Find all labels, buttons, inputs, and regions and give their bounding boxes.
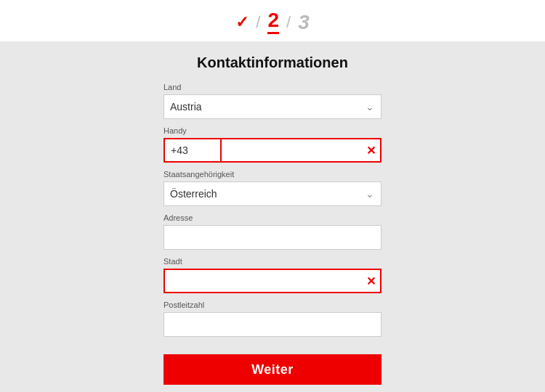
phone-number-input[interactable] [222, 138, 382, 163]
stadt-label: Stadt [164, 257, 382, 266]
stadt-field-group: Stadt ✕ [164, 257, 382, 293]
handy-field-group: Handy ✕ [164, 126, 382, 163]
submit-button[interactable]: Weiter [164, 354, 382, 385]
staatsangehoerigkeit-select[interactable]: Österreich Deutschland Schweiz [164, 181, 382, 206]
adresse-label: Adresse [164, 213, 382, 222]
step3-inactive: 3 [298, 11, 310, 34]
postleitzahl-label: Postleitzahl [164, 301, 382, 309]
phone-clear-icon[interactable]: ✕ [366, 144, 376, 158]
phone-row: ✕ [164, 138, 382, 163]
adresse-field-group: Adresse [164, 213, 382, 250]
form-container: Land Austria Germany Switzerland ⌄ Handy… [164, 83, 382, 392]
main-content: Kontaktinformationen Land Austria German… [0, 41, 545, 392]
step1-check: ✓ [235, 13, 249, 32]
staatsangehoerigkeit-label: Staatsangehörigkeit [164, 170, 382, 179]
step-divider-2: / [286, 13, 291, 32]
step2-active: 2 [267, 10, 279, 34]
postleitzahl-input[interactable] [164, 312, 382, 337]
land-label: Land [164, 83, 382, 91]
land-select-wrapper: Austria Germany Switzerland ⌄ [164, 94, 382, 119]
postleitzahl-field-group: Postleitzahl [164, 301, 382, 337]
adresse-input[interactable] [164, 225, 382, 250]
land-field-group: Land Austria Germany Switzerland ⌄ [164, 83, 382, 119]
stadt-wrapper: ✕ [164, 269, 382, 293]
phone-prefix-input[interactable] [164, 138, 222, 163]
stadt-input[interactable] [164, 269, 382, 293]
step-indicator: ✓ / 2 / 3 [0, 0, 545, 41]
handy-label: Handy [164, 126, 382, 135]
staatsangehoerigkeit-field-group: Staatsangehörigkeit Österreich Deutschla… [164, 170, 382, 206]
stadt-clear-icon[interactable]: ✕ [366, 274, 376, 288]
staatsangehoerigkeit-select-wrapper: Österreich Deutschland Schweiz ⌄ [164, 181, 382, 206]
phone-number-wrapper: ✕ [222, 138, 382, 163]
form-title: Kontaktinformationen [197, 54, 348, 71]
land-select[interactable]: Austria Germany Switzerland [164, 94, 382, 119]
step-divider-1: / [256, 13, 260, 32]
